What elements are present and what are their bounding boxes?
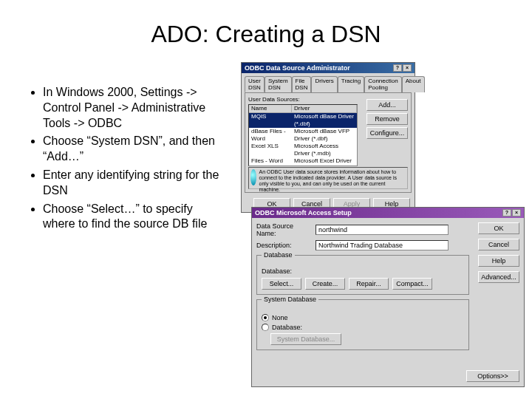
access-setup-window: ODBC Microsoft Access Setup ? × Data Sou… [251,207,525,387]
tab-file-dsn[interactable]: File DSN [292,76,312,92]
odbc-tabpanel: User Data Sources: Name Driver MQISMicro… [245,92,412,193]
odbc-titlebar[interactable]: ODBC Data Source Administrator ? × [242,63,415,73]
tab-tracing[interactable]: Tracing [338,76,364,92]
bullet-item: Choose “Select…” to specify where to fin… [43,202,228,233]
db-legend: Database [262,251,295,259]
advanced-button[interactable]: Advanced... [478,271,519,283]
list-header: Name Driver [249,105,357,113]
setup-titlebar[interactable]: ODBC Microsoft Access Setup ? × [252,208,524,218]
repair-button[interactable]: Repair... [349,278,389,290]
radio-db-label: Database: [272,324,302,331]
dsn-input[interactable]: northwind [316,225,449,235]
tab-pooling[interactable]: Connection Pooling [364,76,401,92]
col-name[interactable]: Name [249,105,292,112]
database-group: Database Database: Select... Create... R… [256,255,469,295]
add-button[interactable]: Add... [366,99,408,111]
odbc-admin-window: ODBC Data Source Administrator ? × User … [241,62,415,213]
radio-none[interactable]: None [262,314,464,321]
list-row[interactable]: Excel XLSMicrosoft Access Driver (*.mdb) [249,143,357,157]
radio-icon [262,314,269,321]
info-text: An ODBC User data source stores informat… [259,169,406,193]
remove-button[interactable]: Remove [366,113,408,125]
slide-title: ADO: Creating a DSN [0,0,532,52]
help-icon[interactable]: ? [393,64,402,72]
ok-button[interactable]: OK [478,222,519,234]
system-database-button[interactable]: System Database... [270,333,341,345]
configure-button[interactable]: Configure... [366,127,408,139]
globe-icon [250,169,256,185]
sysdb-group: System Database None Database: System Da… [256,299,469,350]
bullet-item: Enter any identifying string for the DSN [43,168,228,199]
tab-about[interactable]: About [402,76,425,92]
radio-none-label: None [272,314,288,321]
tab-system-dsn[interactable]: System DSN [265,76,292,92]
sysdb-legend: System Database [262,296,318,303]
options-button[interactable]: Options>> [466,370,519,382]
select-button[interactable]: Select... [262,278,301,290]
dsn-list[interactable]: Name Driver MQISMicrosoft dBase Driver (… [248,104,358,166]
col-driver[interactable]: Driver [292,105,357,112]
bullet-list: In Windows 2000, Settings -> Control Pan… [28,85,228,235]
setup-title-text: ODBC Microsoft Access Setup [255,209,352,216]
help-button[interactable]: Help [478,255,519,267]
help-icon[interactable]: ? [502,209,511,216]
desc-label: Description: [256,242,313,249]
bullet-item: Choose “System DSN”, and then “Add…” [43,134,228,165]
cancel-button[interactable]: Cancel [478,239,519,250]
info-box: An ODBC User data source stores informat… [248,167,408,189]
bullet-item: In Windows 2000, Settings -> Control Pan… [43,85,228,131]
desc-input[interactable]: Northwind Trading Database [316,240,449,250]
odbc-title-text: ODBC Data Source Administrator [245,64,350,72]
tab-drivers[interactable]: Drivers [311,76,337,92]
radio-icon [262,324,269,331]
create-button[interactable]: Create... [305,278,345,290]
radio-database[interactable]: Database: [262,324,464,331]
list-row[interactable]: MQISMicrosoft dBase Driver (*.dbf) [249,113,357,128]
close-icon[interactable]: × [403,64,412,72]
close-icon[interactable]: × [512,209,521,216]
odbc-tabs: User DSN System DSN File DSN Drivers Tra… [245,76,412,92]
tab-user-dsn[interactable]: User DSN [245,76,265,92]
list-row[interactable]: dBase Files - WordMicrosoft dBase VFP Dr… [249,128,357,143]
compact-button[interactable]: Compact... [392,278,432,290]
db-label: Database: [262,267,318,275]
dsn-label: Data Source Name: [256,222,313,237]
list-row[interactable]: Files - WordMicrosoft Excel Driver (*.xl… [249,157,357,166]
